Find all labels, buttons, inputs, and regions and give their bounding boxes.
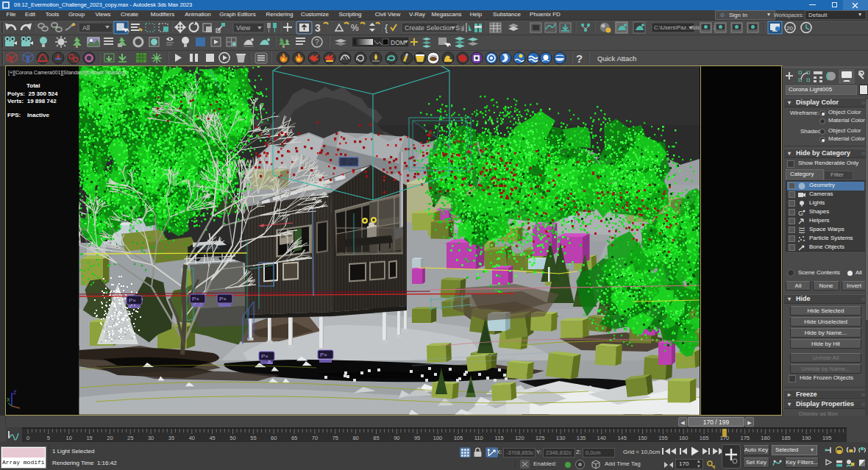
svg-text:All: All	[82, 24, 90, 32]
svg-text:{: {	[385, 23, 388, 33]
svg-text:P×: P×	[129, 297, 136, 304]
svg-text:160: 160	[679, 435, 689, 441]
svg-text:20: 20	[786, 25, 793, 32]
svg-text:155: 155	[658, 435, 668, 441]
svg-text:35: 35	[168, 435, 174, 441]
svg-text:P×: P×	[192, 296, 199, 302]
svg-text:100: 100	[433, 435, 443, 441]
svg-text:10: 10	[66, 435, 72, 441]
svg-text:?: ?	[576, 52, 583, 65]
svg-text:0: 0	[26, 435, 29, 441]
svg-text:65: 65	[291, 435, 297, 441]
svg-text:P×: P×	[320, 352, 327, 358]
svg-text:55: 55	[250, 435, 256, 441]
svg-text:130: 130	[556, 435, 566, 441]
svg-text:190: 190	[802, 435, 811, 441]
svg-text:?: ?	[315, 38, 319, 46]
svg-text:175: 175	[741, 435, 750, 441]
svg-text:View: View	[236, 24, 251, 32]
svg-text:G: G	[798, 210, 803, 216]
svg-text:85: 85	[373, 435, 379, 441]
svg-text:110: 110	[474, 435, 483, 441]
svg-text:45: 45	[209, 435, 215, 441]
svg-text:P×: P×	[219, 296, 227, 302]
svg-text:DOM: DOM	[391, 39, 405, 46]
svg-text:150: 150	[638, 435, 647, 441]
svg-text:75: 75	[332, 435, 338, 441]
svg-text:15: 15	[86, 435, 92, 441]
svg-text:120: 120	[515, 435, 524, 441]
svg-text:40: 40	[189, 435, 195, 441]
svg-text:165: 165	[700, 435, 709, 441]
svg-text:185: 185	[781, 435, 791, 441]
svg-text:3: 3	[315, 22, 321, 34]
svg-text:Create Selection Se: Create Selection Se	[405, 24, 463, 32]
svg-text:5: 5	[47, 435, 50, 441]
svg-text:180: 180	[761, 435, 770, 441]
svg-text:50: 50	[230, 435, 235, 441]
svg-text:Z: Z	[13, 390, 17, 395]
svg-text:90: 90	[394, 435, 399, 441]
svg-text:25: 25	[127, 435, 133, 441]
svg-text:70: 70	[312, 435, 318, 441]
svg-text:80: 80	[352, 435, 358, 441]
svg-text:Quick Attach: Quick Attach	[597, 54, 636, 63]
svg-text:20: 20	[107, 435, 113, 441]
svg-text:125: 125	[536, 435, 545, 441]
svg-text:P×: P×	[261, 353, 268, 360]
svg-text:135: 135	[577, 435, 586, 441]
svg-text:115: 115	[495, 435, 504, 441]
svg-text:195: 195	[822, 435, 832, 441]
svg-text:X: X	[7, 397, 10, 402]
svg-text:30: 30	[148, 435, 154, 441]
svg-text:%: %	[351, 23, 359, 33]
svg-text:140: 140	[597, 435, 607, 441]
svg-text:105: 105	[454, 435, 463, 441]
svg-text:95: 95	[414, 435, 420, 441]
svg-text:145: 145	[617, 435, 627, 441]
svg-text:60: 60	[271, 435, 277, 441]
